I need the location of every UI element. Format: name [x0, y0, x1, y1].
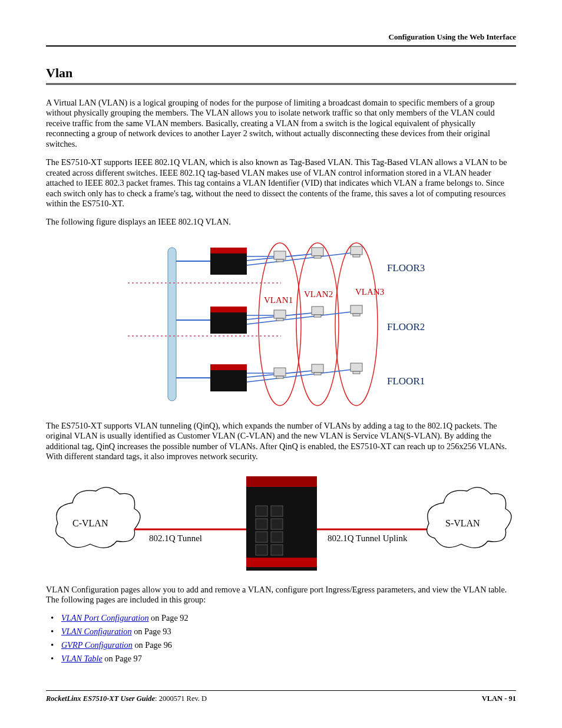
svg-rect-41: [353, 371, 360, 374]
label-c-vlan: C-VLAN: [72, 518, 108, 528]
svg-rect-38: [312, 364, 323, 373]
svg-rect-34: [351, 305, 362, 314]
svg-rect-33: [314, 315, 321, 317]
footer-rule: [46, 690, 516, 691]
link-gvrp-configuration[interactable]: GVRP Configuration: [61, 640, 133, 650]
label-vlan3: VLAN3: [355, 287, 384, 297]
svg-rect-29: [353, 255, 360, 257]
footer-rev: : 2000571 Rev. D: [155, 694, 207, 703]
svg-point-5: [335, 243, 378, 406]
svg-rect-32: [312, 307, 323, 315]
link-suffix: on Page 92: [149, 613, 189, 622]
footer-left: RocketLinx ES7510-XT User Guide: 2000571…: [46, 694, 207, 703]
link-vlan-port-configuration[interactable]: VLAN Port Configuration: [61, 613, 149, 622]
paragraph-4: The ES7510-XT supports VLAN tunneling (Q…: [46, 421, 516, 462]
svg-rect-28: [351, 246, 362, 255]
svg-rect-27: [314, 256, 321, 258]
list-item: VLAN Port Configuration on Page 92: [61, 613, 516, 623]
svg-rect-49: [256, 545, 267, 555]
svg-rect-7: [210, 248, 247, 253]
svg-rect-45: [246, 558, 317, 567]
svg-rect-0: [168, 248, 176, 401]
list-item: VLAN Table on Page 97: [61, 654, 516, 664]
paragraph-2: The ES7510-XT supports IEEE 802.1Q VLAN,…: [46, 157, 516, 209]
svg-rect-35: [353, 314, 360, 316]
svg-rect-52: [271, 532, 283, 542]
svg-rect-47: [256, 519, 267, 529]
label-floor3: FLOOR3: [387, 262, 425, 274]
svg-rect-36: [274, 368, 286, 376]
footer-page-number: VLAN - 91: [482, 694, 516, 703]
link-list: VLAN Port Configuration on Page 92 VLAN …: [46, 613, 516, 664]
svg-rect-13: [210, 364, 247, 370]
link-suffix: on Page 96: [133, 640, 172, 650]
label-s-vlan: S-VLAN: [445, 518, 480, 528]
svg-rect-40: [351, 363, 362, 371]
svg-rect-44: [246, 476, 317, 487]
header-right: Configuration Using the Web Interface: [389, 32, 516, 41]
section-title: Vlan: [46, 65, 516, 81]
page-footer: RocketLinx ES7510-XT User Guide: 2000571…: [46, 690, 516, 703]
svg-rect-30: [274, 310, 286, 318]
label-floor2: FLOOR2: [387, 321, 425, 332]
figure-vlan-floors: VLAN1 VLAN2 VLAN3 FLOOR3 FLOOR2 FLOOR1: [46, 236, 516, 415]
label-vlan1: VLAN1: [264, 295, 293, 305]
label-tunnel: 802.1Q Tunnel: [149, 533, 202, 543]
page-header: Configuration Using the Web Interface: [46, 32, 516, 47]
svg-rect-50: [271, 506, 283, 516]
svg-point-4: [296, 243, 339, 406]
svg-rect-48: [256, 532, 267, 542]
svg-rect-37: [276, 376, 283, 378]
link-vlan-configuration[interactable]: VLAN Configuration: [61, 627, 132, 636]
svg-rect-24: [274, 251, 286, 259]
svg-point-3: [259, 243, 301, 406]
label-vlan2: VLAN2: [304, 289, 333, 299]
link-suffix: on Page 97: [103, 654, 142, 663]
footer-guide-title: RocketLinx ES7510-XT User Guide: [46, 694, 155, 703]
svg-rect-10: [210, 307, 247, 312]
label-floor1: FLOOR1: [387, 375, 425, 387]
label-uplink: 802.1Q Tunnel Uplink: [328, 533, 408, 543]
svg-rect-51: [271, 519, 283, 529]
svg-rect-46: [256, 506, 267, 516]
svg-rect-53: [271, 545, 283, 555]
list-item: GVRP Configuration on Page 96: [61, 640, 516, 650]
title-rule: [46, 83, 516, 85]
svg-rect-26: [312, 248, 323, 256]
svg-rect-39: [314, 373, 321, 375]
link-vlan-table[interactable]: VLAN Table: [61, 654, 103, 663]
paragraph-3: The following figure displays an IEEE 80…: [46, 217, 516, 227]
paragraph-5: VLAN Configuration pages allow you to ad…: [46, 585, 516, 605]
paragraph-1: A Virtual LAN (VLAN) is a logical groupi…: [46, 98, 516, 149]
list-item: VLAN Configuration on Page 93: [61, 627, 516, 637]
svg-rect-25: [276, 259, 283, 262]
figure-qinq-tunnel: C-VLAN 802.1Q Tunnel 802.1Q Tunnel Uplin…: [46, 470, 516, 579]
link-suffix: on Page 93: [132, 627, 171, 636]
svg-rect-31: [276, 318, 283, 321]
